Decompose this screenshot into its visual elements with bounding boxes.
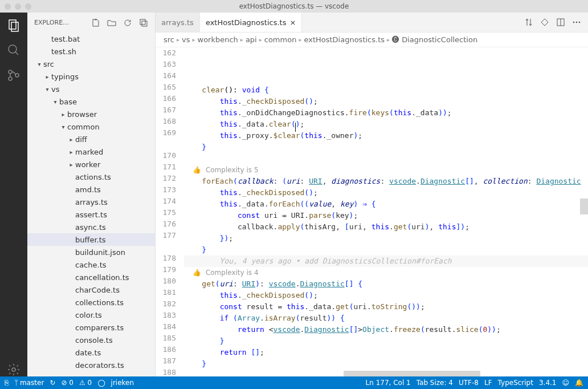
file-item[interactable]: arrays.ts [27, 196, 155, 208]
source-control-icon[interactable] [7, 68, 21, 82]
folder-item[interactable]: ▸typings [27, 70, 155, 83]
line-number: 183 [156, 310, 176, 321]
notifications-bell-icon[interactable]: 🔔 [575, 379, 583, 387]
minimap-viewport[interactable] [580, 198, 588, 214]
breadcrumb-item[interactable]: vs [182, 35, 190, 44]
github-user[interactable]: jrieken [111, 379, 134, 387]
breadcrumbs[interactable]: src▸vs▸workbench▸api▸common▸extHostDiagn… [156, 33, 588, 47]
split-editor-icon[interactable] [556, 18, 565, 27]
file-item[interactable]: cache.ts [27, 258, 155, 271]
explorer-icon[interactable] [7, 18, 21, 32]
file-item[interactable]: date.ts [27, 346, 155, 359]
remote-indicator[interactable]: ⎘ [5, 379, 9, 387]
file-item[interactable]: test.sh [27, 45, 155, 58]
code-line: if (Array.isArray(result)) { [184, 313, 588, 324]
folder-item[interactable]: ▾src [27, 58, 155, 70]
line-number: 172 [156, 173, 176, 184]
warnings-count[interactable]: ⚠ 0 [79, 379, 92, 387]
breadcrumb-separator-icon: ▸ [387, 37, 390, 43]
compare-changes-icon[interactable] [524, 18, 533, 27]
file-item[interactable]: collections.ts [27, 296, 155, 309]
line-number: 187 [156, 355, 176, 367]
editor-tab[interactable]: extHostDiagnostics.ts× [200, 13, 303, 32]
breadcrumb-item[interactable]: extHostDiagnostics.ts [304, 35, 385, 44]
more-actions-icon[interactable] [572, 18, 581, 27]
sidebar-title: EXPLORE… [34, 19, 69, 26]
file-item[interactable]: async.ts [27, 221, 155, 233]
settings-gear-icon[interactable] [7, 363, 21, 376]
editor-body[interactable]: 162163164165166167168169 170171172173174… [156, 47, 588, 376]
file-item[interactable]: decorators.ts [27, 359, 155, 371]
breadcrumb-item[interactable]: api [246, 35, 257, 44]
file-item[interactable]: cancellation.ts [27, 271, 155, 283]
language-mode[interactable]: TypeScript [498, 379, 533, 387]
folder-item[interactable]: ▸worker [27, 158, 155, 171]
file-item[interactable]: console.ts [27, 334, 155, 346]
file-item[interactable]: comparers.ts [27, 321, 155, 334]
maximize-window-icon[interactable] [25, 3, 31, 10]
folder-item[interactable]: ▾common [27, 120, 155, 133]
folder-item[interactable]: ▸browser [27, 108, 155, 120]
tree-item-label: color.ts [75, 311, 102, 319]
encoding[interactable]: UTF-8 [459, 379, 479, 387]
code-line: } [184, 244, 588, 256]
collapse-all-icon[interactable] [139, 18, 148, 27]
tree-item-label: comparers.ts [75, 323, 124, 332]
search-icon[interactable] [7, 43, 21, 57]
chevron-right-icon: ▸ [67, 136, 75, 143]
refresh-icon[interactable] [123, 18, 132, 27]
folder-item[interactable]: ▾vs [27, 83, 155, 95]
folder-item[interactable]: ▸diff [27, 133, 155, 145]
tree-item-label: worker [75, 160, 100, 169]
chevron-right-icon: ▸ [67, 161, 75, 168]
breadcrumb-item[interactable]: common [264, 35, 297, 44]
github-icon[interactable]: ◯ [97, 379, 105, 387]
ts-version[interactable]: 3.4.1 [539, 379, 557, 387]
file-item[interactable]: charCode.ts [27, 283, 155, 296]
folder-item[interactable]: ▾base [27, 95, 155, 108]
line-number: 169 [156, 127, 176, 139]
codelens-hint[interactable]: 👍 Complexity is 4 [184, 267, 588, 278]
line-number: 177 [156, 230, 176, 241]
branch-label: master [20, 379, 44, 387]
breadcrumb-item[interactable]: 🅒 DiagnosticCollection [392, 35, 477, 44]
horizontal-scrollbar[interactable] [344, 371, 480, 376]
minimize-window-icon[interactable] [15, 3, 21, 10]
open-changes-icon[interactable] [540, 18, 549, 27]
file-item[interactable]: test.bat [27, 33, 155, 45]
tree-item-label: buffer.ts [75, 236, 106, 244]
code-line: get(uri: URI): vscode.Diagnostic[] { [184, 278, 588, 290]
editor-tab[interactable]: arrays.ts [156, 13, 200, 32]
line-number: 175 [156, 207, 176, 218]
code-content[interactable]: clear(): void { this._checkDisposed(); t… [184, 47, 588, 376]
codelens-hint[interactable]: 👍 Complexity is 5 [184, 164, 588, 176]
new-folder-icon[interactable] [107, 18, 116, 27]
close-window-icon[interactable] [5, 3, 11, 10]
file-item[interactable]: color.ts [27, 309, 155, 321]
breadcrumb-item[interactable]: src [164, 35, 174, 44]
line-number: 184 [156, 321, 176, 333]
new-file-icon[interactable] [91, 18, 100, 27]
file-item[interactable]: amd.ts [27, 183, 155, 196]
svg-point-13 [576, 22, 578, 23]
tree-item-label: amd.ts [75, 185, 101, 194]
eol[interactable]: LF [484, 379, 492, 387]
close-tab-icon[interactable]: × [289, 18, 296, 27]
cursor-position[interactable]: Ln 177, Col 1 [366, 379, 411, 387]
text-cursor [295, 123, 296, 132]
breadcrumb-item[interactable]: workbench [198, 35, 238, 44]
line-number: 174 [156, 196, 176, 207]
folder-item[interactable]: ▸marked [27, 145, 155, 158]
line-number: 178 [156, 253, 176, 264]
file-tree[interactable]: test.battest.sh▾src▸typings▾vs▾base▸brow… [27, 33, 155, 376]
sync-icon[interactable]: ↻ [50, 379, 55, 387]
git-branch[interactable]: ᛘ master [14, 379, 44, 387]
file-item[interactable]: actions.ts [27, 171, 155, 183]
tab-size[interactable]: Tab Size: 4 [416, 379, 453, 387]
chevron-down-icon: ▾ [35, 61, 43, 67]
file-item[interactable]: buildunit.json [27, 246, 155, 258]
file-item[interactable]: buffer.ts [27, 233, 155, 246]
file-item[interactable]: assert.ts [27, 208, 155, 221]
errors-count[interactable]: ⊘ 0 [61, 379, 74, 387]
feedback-smiley-icon[interactable]: ☺ [562, 379, 569, 387]
